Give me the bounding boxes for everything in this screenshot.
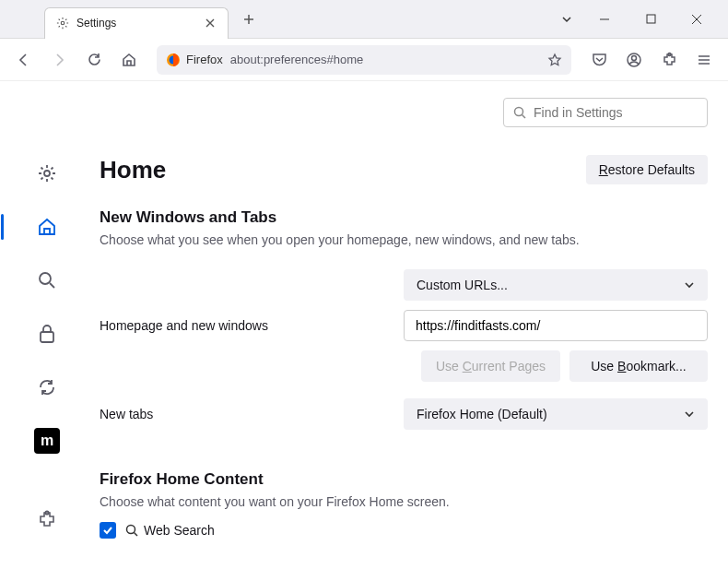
svg-point-0 [61, 21, 65, 25]
newtabs-mode-value: Firefox Home (Default) [417, 407, 547, 421]
search-icon [125, 524, 138, 537]
settings-search-input[interactable] [534, 105, 698, 120]
reload-button[interactable] [79, 45, 109, 75]
homepage-url-input[interactable] [404, 310, 708, 341]
extensions-button[interactable] [654, 45, 684, 75]
browser-tab[interactable]: Settings [44, 7, 229, 39]
section-new-windows-heading: New Windows and Tabs [100, 208, 708, 227]
forward-button [44, 45, 74, 75]
restore-defaults-button[interactable]: Restore Defaults [586, 155, 708, 184]
chevron-down-icon [684, 409, 695, 420]
settings-sidebar: m [0, 81, 94, 569]
url-text: about:preferences#home [230, 53, 540, 66]
home-button[interactable] [114, 45, 144, 75]
maximize-button[interactable] [634, 6, 667, 33]
sidebar-extensions[interactable] [30, 503, 64, 536]
sidebar-search[interactable] [30, 264, 64, 297]
chevron-down-icon [684, 279, 695, 290]
newtabs-mode-select[interactable]: Firefox Home (Default) [404, 398, 708, 430]
mozilla-icon: m [34, 428, 60, 454]
sidebar-sync[interactable] [30, 371, 64, 404]
identity-label: Firefox [186, 53, 223, 66]
gear-icon [56, 17, 69, 30]
search-icon [513, 106, 526, 119]
identity-box[interactable]: Firefox [166, 53, 223, 67]
use-bookmark-button[interactable]: Use Bookmark... [569, 350, 708, 382]
section-home-content-heading: Firefox Home Content [100, 470, 708, 489]
svg-rect-9 [41, 332, 53, 342]
app-menu-button[interactable] [689, 45, 719, 75]
websearch-label: Web Search [125, 523, 215, 538]
svg-point-5 [632, 55, 637, 60]
websearch-checkbox[interactable] [100, 522, 116, 539]
close-icon[interactable] [204, 17, 217, 30]
window-controls [588, 6, 713, 33]
new-tab-button[interactable] [236, 6, 262, 32]
svg-point-7 [44, 171, 50, 176]
bookmark-star-icon[interactable] [547, 53, 562, 67]
svg-rect-1 [647, 15, 655, 23]
homepage-mode-value: Custom URLs... [417, 278, 508, 292]
close-window-button[interactable] [680, 6, 713, 33]
page-title: Home [100, 156, 166, 184]
nav-toolbar: Firefox about:preferences#home [0, 39, 728, 81]
use-current-pages-button: Use Current Pages [421, 350, 560, 382]
main-content: Home Restore Defaults New Windows and Ta… [94, 81, 728, 569]
newtabs-label: New tabs [100, 407, 385, 421]
section-new-windows-desc: Choose what you see when you open your h… [100, 232, 708, 247]
back-button[interactable] [9, 45, 39, 75]
tab-list-button[interactable] [553, 6, 581, 33]
pocket-button[interactable] [584, 45, 614, 75]
homepage-mode-select[interactable]: Custom URLs... [404, 269, 708, 301]
sidebar-more[interactable]: m [30, 424, 64, 457]
sidebar-general[interactable] [30, 157, 64, 190]
firefox-logo-icon [166, 53, 181, 67]
svg-point-11 [515, 108, 523, 116]
tab-title: Settings [76, 17, 196, 30]
title-bar: Settings [0, 0, 728, 39]
svg-point-12 [127, 526, 135, 534]
check-icon [102, 525, 113, 536]
homepage-label: Homepage and new windows [100, 318, 385, 333]
url-bar[interactable]: Firefox about:preferences#home [157, 45, 571, 75]
svg-point-8 [40, 273, 51, 284]
section-home-content-desc: Choose what content you want on your Fir… [100, 494, 708, 509]
minimize-button[interactable] [588, 6, 621, 33]
settings-search[interactable] [503, 98, 708, 127]
sidebar-home[interactable] [30, 210, 64, 243]
account-button[interactable] [619, 45, 649, 75]
sidebar-privacy[interactable] [30, 317, 64, 350]
